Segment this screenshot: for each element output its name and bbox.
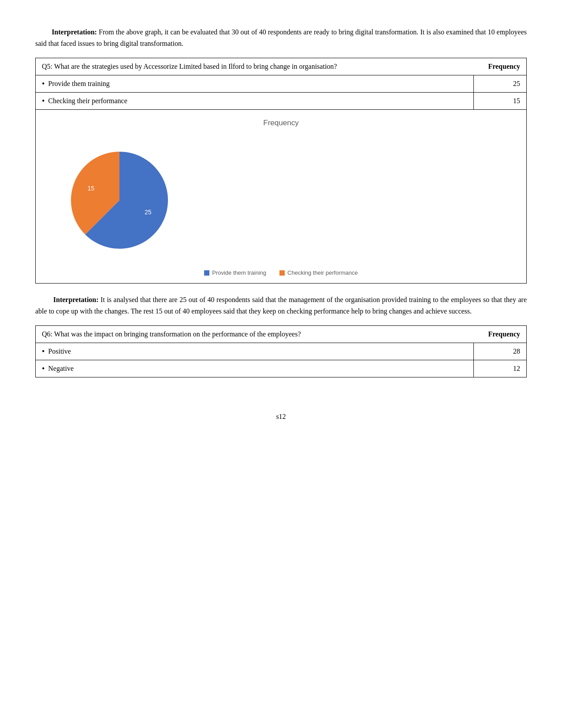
interpretation-1-para: Interpretation: From the above graph, it… [35, 26, 527, 49]
table-1-header-row: Q5: What are the strategies used by Acce… [36, 58, 527, 75]
chart-1-legend: Provide them training Checking their per… [45, 269, 517, 276]
table-1-item-2-label: • Checking their performance [36, 93, 474, 110]
table-2-item-2-label: • Negative [36, 360, 474, 377]
table-1-item-row-1: • Provide them training 25 [36, 75, 527, 93]
legend-item-2: Checking their performance [279, 269, 358, 276]
legend-color-2 [279, 270, 285, 276]
bullet-icon-2: • [42, 97, 45, 105]
table-1-item-row-2: • Checking their performance 15 [36, 93, 527, 110]
table-1-item-1-label: • Provide them training [36, 75, 474, 93]
chart-1-label-orange: 15 [88, 185, 95, 192]
legend-item-1: Provide them training [204, 269, 266, 276]
page-number: s12 [35, 413, 527, 421]
table-2-frequency-header: Frequency [474, 326, 527, 343]
legend-color-1 [204, 270, 209, 276]
interpretation-2-text: It is analysed that there are 25 out of … [35, 296, 527, 315]
table-1-question: Q5: What are the strategies used by Acce… [36, 58, 474, 75]
bullet-icon-4: • [42, 365, 45, 373]
table-2-item-2-value: 12 [474, 360, 527, 377]
legend-label-2: Checking their performance [287, 269, 358, 276]
bullet-icon-3: • [42, 347, 45, 355]
table-1-item-1-value: 25 [474, 75, 527, 93]
table-2-item-1-value: 28 [474, 343, 527, 360]
table-1-frequency-header: Frequency [474, 58, 527, 75]
interpretation-2-bold: Interpretation: [53, 296, 99, 303]
section-block-1: Q5: What are the strategies used by Acce… [35, 58, 527, 284]
chart-1-container: Frequency 25 15 [35, 110, 527, 284]
table-2-header-row: Q6: What was the impact on bringing tran… [36, 326, 527, 343]
chart-1-svg: 25 15 [45, 132, 194, 264]
chart-1-area: 25 15 [45, 132, 517, 264]
chart-1-label-blue: 25 [145, 209, 152, 216]
interpretation-2-para: Interpretation: It is analysed that ther… [35, 294, 527, 317]
table-2-item-1-label: • Positive [36, 343, 474, 360]
bullet-icon-1: • [42, 80, 45, 88]
interpretation-1-bold: Interpretation: [52, 28, 97, 36]
table-1: Q5: What are the strategies used by Acce… [35, 58, 527, 110]
table-2-item-row-1: • Positive 28 [36, 343, 527, 360]
table-2-question: Q6: What was the impact on bringing tran… [36, 326, 474, 343]
table-2-item-row-2: • Negative 12 [36, 360, 527, 377]
table-2: Q6: What was the impact on bringing tran… [35, 325, 527, 377]
chart-1-title: Frequency [45, 119, 517, 127]
section-block-2: Q6: What was the impact on bringing tran… [35, 325, 527, 377]
interpretation-1-text: From the above graph, it can be evaluate… [35, 28, 527, 47]
legend-label-1: Provide them training [212, 269, 266, 276]
table-1-item-2-value: 15 [474, 93, 527, 110]
